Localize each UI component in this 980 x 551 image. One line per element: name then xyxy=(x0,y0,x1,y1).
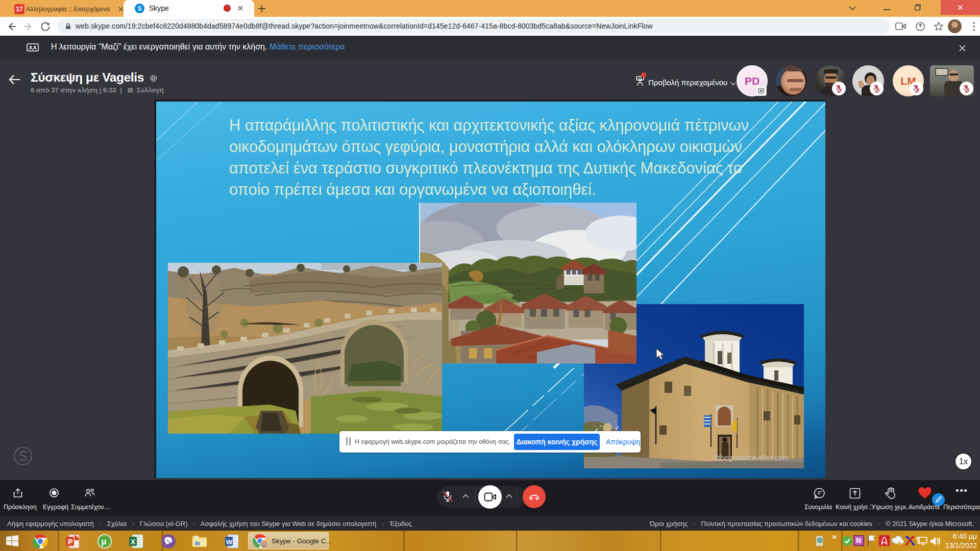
svg-text:P: P xyxy=(68,538,72,546)
svg-text:©thegreektraveller.com: ©thegreektraveller.com xyxy=(713,454,789,462)
svg-text:W: W xyxy=(226,538,233,546)
svg-text:µ: µ xyxy=(102,537,107,546)
svg-text:X: X xyxy=(131,538,136,546)
